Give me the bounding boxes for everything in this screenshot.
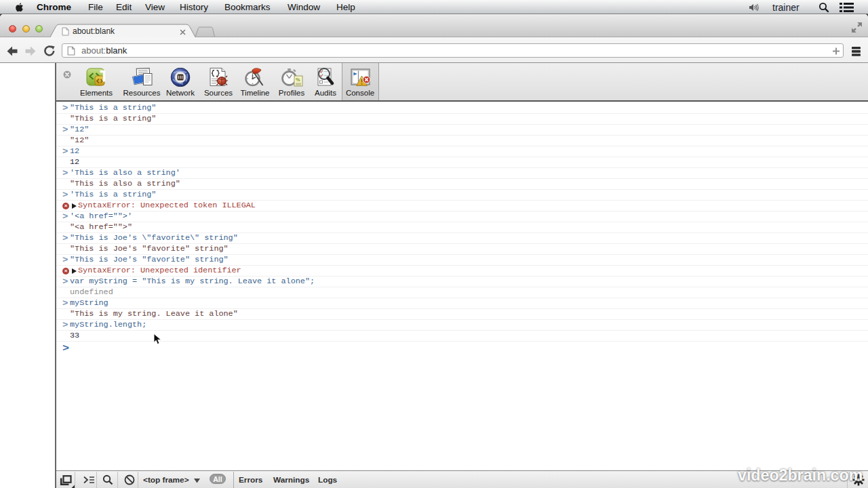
svg-text:%: % [296,77,300,83]
